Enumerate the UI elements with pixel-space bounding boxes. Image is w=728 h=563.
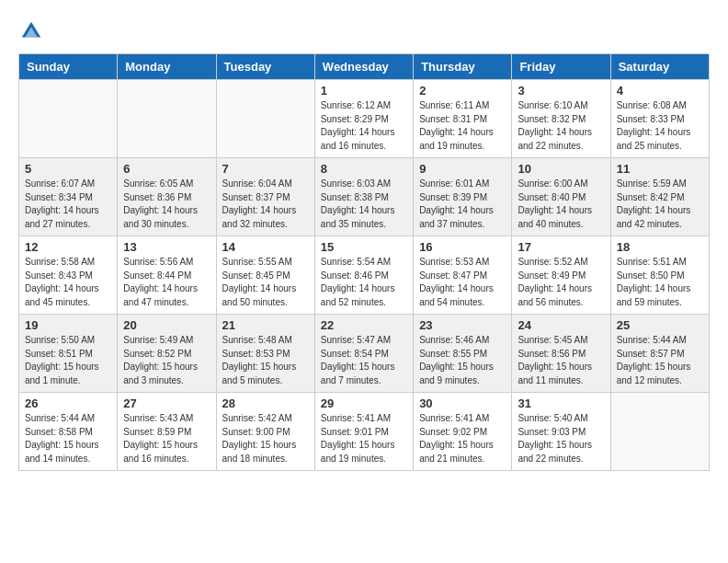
day-number: 22	[321, 318, 407, 332]
col-header-thursday: Thursday	[414, 54, 512, 80]
day-info: Sunrise: 5:50 AM Sunset: 8:51 PM Dayligh…	[25, 334, 111, 387]
day-info: Sunrise: 5:51 AM Sunset: 8:50 PM Dayligh…	[617, 256, 703, 309]
col-header-sunday: Sunday	[19, 54, 118, 80]
day-info: Sunrise: 6:07 AM Sunset: 8:34 PM Dayligh…	[25, 178, 111, 231]
day-number: 31	[518, 396, 604, 410]
day-number: 3	[518, 84, 604, 98]
day-number: 26	[25, 396, 111, 410]
logo-icon	[18, 18, 44, 44]
calendar-table: SundayMondayTuesdayWednesdayThursdayFrid…	[18, 53, 710, 471]
calendar-day-12: 12Sunrise: 5:58 AM Sunset: 8:43 PM Dayli…	[19, 236, 118, 315]
day-info: Sunrise: 6:00 AM Sunset: 8:40 PM Dayligh…	[518, 178, 604, 231]
day-info: Sunrise: 5:43 AM Sunset: 8:59 PM Dayligh…	[123, 412, 210, 465]
calendar-day-3: 3Sunrise: 6:10 AM Sunset: 8:32 PM Daylig…	[512, 80, 610, 158]
day-info: Sunrise: 5:46 AM Sunset: 8:55 PM Dayligh…	[419, 334, 506, 387]
day-info: Sunrise: 5:47 AM Sunset: 8:54 PM Dayligh…	[321, 334, 407, 387]
day-number: 29	[321, 396, 407, 410]
day-info: Sunrise: 5:41 AM Sunset: 9:01 PM Dayligh…	[321, 412, 407, 465]
calendar-day-26: 26Sunrise: 5:44 AM Sunset: 8:58 PM Dayli…	[19, 393, 118, 471]
day-number: 25	[617, 318, 703, 332]
day-info: Sunrise: 6:05 AM Sunset: 8:36 PM Dayligh…	[123, 178, 210, 231]
logo	[18, 18, 48, 44]
calendar-day-6: 6Sunrise: 6:05 AM Sunset: 8:36 PM Daylig…	[118, 158, 216, 236]
calendar-day-21: 21Sunrise: 5:48 AM Sunset: 8:53 PM Dayli…	[216, 315, 314, 393]
calendar-day-31: 31Sunrise: 5:40 AM Sunset: 9:03 PM Dayli…	[512, 393, 610, 471]
day-info: Sunrise: 5:44 AM Sunset: 8:57 PM Dayligh…	[617, 334, 703, 387]
page-header	[18, 18, 710, 44]
calendar-day-empty	[610, 393, 709, 471]
day-info: Sunrise: 5:53 AM Sunset: 8:47 PM Dayligh…	[419, 256, 506, 309]
calendar-day-empty	[216, 80, 314, 158]
day-info: Sunrise: 5:54 AM Sunset: 8:46 PM Dayligh…	[321, 256, 407, 309]
day-number: 10	[518, 162, 604, 176]
day-number: 1	[321, 84, 407, 98]
calendar-day-22: 22Sunrise: 5:47 AM Sunset: 8:54 PM Dayli…	[314, 315, 413, 393]
day-number: 5	[25, 162, 111, 176]
day-number: 18	[617, 240, 703, 254]
day-info: Sunrise: 5:56 AM Sunset: 8:44 PM Dayligh…	[123, 256, 210, 309]
calendar-day-23: 23Sunrise: 5:46 AM Sunset: 8:55 PM Dayli…	[414, 315, 512, 393]
day-info: Sunrise: 5:55 AM Sunset: 8:45 PM Dayligh…	[222, 256, 309, 309]
day-info: Sunrise: 6:01 AM Sunset: 8:39 PM Dayligh…	[419, 178, 506, 231]
day-info: Sunrise: 6:11 AM Sunset: 8:31 PM Dayligh…	[419, 99, 506, 153]
day-number: 20	[123, 318, 210, 332]
day-number: 19	[25, 318, 111, 332]
calendar-week-row: 1Sunrise: 6:12 AM Sunset: 8:29 PM Daylig…	[19, 80, 710, 158]
day-number: 17	[518, 240, 604, 254]
day-number: 16	[419, 240, 506, 254]
day-number: 6	[123, 162, 210, 176]
day-number: 21	[222, 318, 309, 332]
day-number: 11	[617, 162, 703, 176]
calendar-day-15: 15Sunrise: 5:54 AM Sunset: 8:46 PM Dayli…	[314, 236, 413, 315]
calendar-day-16: 16Sunrise: 5:53 AM Sunset: 8:47 PM Dayli…	[414, 236, 512, 315]
calendar-day-11: 11Sunrise: 5:59 AM Sunset: 8:42 PM Dayli…	[610, 158, 709, 236]
day-info: Sunrise: 5:48 AM Sunset: 8:53 PM Dayligh…	[222, 334, 309, 387]
calendar-week-row: 26Sunrise: 5:44 AM Sunset: 8:58 PM Dayli…	[19, 393, 710, 471]
col-header-wednesday: Wednesday	[314, 54, 413, 80]
day-info: Sunrise: 5:52 AM Sunset: 8:49 PM Dayligh…	[518, 256, 604, 309]
day-info: Sunrise: 5:42 AM Sunset: 9:00 PM Dayligh…	[222, 412, 309, 465]
calendar-day-9: 9Sunrise: 6:01 AM Sunset: 8:39 PM Daylig…	[414, 158, 512, 236]
calendar-day-29: 29Sunrise: 5:41 AM Sunset: 9:01 PM Dayli…	[314, 393, 413, 471]
day-number: 12	[25, 240, 111, 254]
calendar-day-25: 25Sunrise: 5:44 AM Sunset: 8:57 PM Dayli…	[610, 315, 709, 393]
day-number: 13	[123, 240, 210, 254]
day-number: 15	[321, 240, 407, 254]
calendar-week-row: 5Sunrise: 6:07 AM Sunset: 8:34 PM Daylig…	[19, 158, 710, 236]
day-number: 24	[518, 318, 604, 332]
calendar-day-5: 5Sunrise: 6:07 AM Sunset: 8:34 PM Daylig…	[19, 158, 118, 236]
col-header-monday: Monday	[118, 54, 216, 80]
day-number: 4	[617, 84, 703, 98]
day-info: Sunrise: 6:12 AM Sunset: 8:29 PM Dayligh…	[321, 99, 407, 153]
day-info: Sunrise: 6:10 AM Sunset: 8:32 PM Dayligh…	[518, 99, 604, 153]
day-number: 9	[419, 162, 506, 176]
day-info: Sunrise: 5:58 AM Sunset: 8:43 PM Dayligh…	[25, 256, 111, 309]
calendar-day-17: 17Sunrise: 5:52 AM Sunset: 8:49 PM Dayli…	[512, 236, 610, 315]
calendar-day-7: 7Sunrise: 6:04 AM Sunset: 8:37 PM Daylig…	[216, 158, 314, 236]
calendar-day-2: 2Sunrise: 6:11 AM Sunset: 8:31 PM Daylig…	[414, 80, 512, 158]
day-number: 2	[419, 84, 506, 98]
calendar-day-20: 20Sunrise: 5:49 AM Sunset: 8:52 PM Dayli…	[118, 315, 216, 393]
calendar-week-row: 12Sunrise: 5:58 AM Sunset: 8:43 PM Dayli…	[19, 236, 710, 315]
day-number: 28	[222, 396, 309, 410]
day-info: Sunrise: 5:49 AM Sunset: 8:52 PM Dayligh…	[123, 334, 210, 387]
calendar-header-row: SundayMondayTuesdayWednesdayThursdayFrid…	[19, 54, 710, 80]
col-header-saturday: Saturday	[610, 54, 709, 80]
calendar-day-27: 27Sunrise: 5:43 AM Sunset: 8:59 PM Dayli…	[118, 393, 216, 471]
calendar-day-18: 18Sunrise: 5:51 AM Sunset: 8:50 PM Dayli…	[610, 236, 709, 315]
day-info: Sunrise: 6:08 AM Sunset: 8:33 PM Dayligh…	[617, 99, 703, 153]
calendar-day-empty	[118, 80, 216, 158]
day-number: 30	[419, 396, 506, 410]
calendar-day-empty	[19, 80, 118, 158]
calendar-day-28: 28Sunrise: 5:42 AM Sunset: 9:00 PM Dayli…	[216, 393, 314, 471]
day-info: Sunrise: 5:40 AM Sunset: 9:03 PM Dayligh…	[518, 412, 604, 465]
calendar-day-13: 13Sunrise: 5:56 AM Sunset: 8:44 PM Dayli…	[118, 236, 216, 315]
day-info: Sunrise: 5:41 AM Sunset: 9:02 PM Dayligh…	[419, 412, 506, 465]
calendar-day-24: 24Sunrise: 5:45 AM Sunset: 8:56 PM Dayli…	[512, 315, 610, 393]
col-header-friday: Friday	[512, 54, 610, 80]
calendar-day-4: 4Sunrise: 6:08 AM Sunset: 8:33 PM Daylig…	[610, 80, 709, 158]
day-info: Sunrise: 5:45 AM Sunset: 8:56 PM Dayligh…	[518, 334, 604, 387]
day-info: Sunrise: 5:59 AM Sunset: 8:42 PM Dayligh…	[617, 178, 703, 231]
day-number: 23	[419, 318, 506, 332]
day-info: Sunrise: 6:04 AM Sunset: 8:37 PM Dayligh…	[222, 178, 309, 231]
